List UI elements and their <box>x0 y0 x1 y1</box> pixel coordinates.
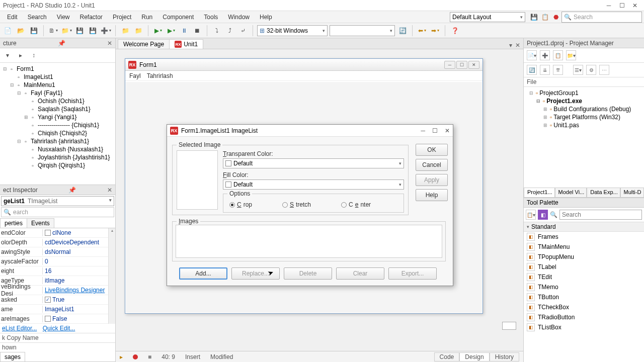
save-all-icon[interactable]: 💾 <box>74 25 85 36</box>
top-search-box[interactable]: 🔍 Search <box>561 12 642 23</box>
forward-icon[interactable]: ➡ <box>430 25 441 36</box>
palette-item[interactable]: ◧TCheckBox <box>524 302 644 312</box>
transparent-color-combo[interactable]: Default ▾ <box>223 158 404 168</box>
palette-list[interactable]: ◧Frames◧TMainMenu◧TPopupMenu◧TLabel◧TEdi… <box>524 232 644 362</box>
expand-all-icon[interactable]: ⇊ <box>540 65 550 75</box>
menu-tools[interactable]: Tools <box>199 12 223 22</box>
object-selector[interactable]: geList1 TImageList ▾ <box>1 196 114 206</box>
palette-item[interactable]: ◧TListBox <box>524 322 644 332</box>
tab-properties[interactable]: perties <box>0 218 27 228</box>
palette-item[interactable]: ◧TPopupMenu <box>524 252 644 262</box>
property-row[interactable]: endColorclNone <box>0 228 108 238</box>
add-button[interactable]: Add... <box>179 267 227 280</box>
palette-item[interactable]: ◧TEdit <box>524 272 644 282</box>
sort-icon[interactable]: ↕ <box>28 50 39 61</box>
refresh-device-icon[interactable]: 🔄 <box>397 25 408 36</box>
property-grid[interactable]: endColorclNoneolorDepthcdDeviceDependent… <box>0 228 108 324</box>
palette-item[interactable]: ◧TLabel <box>524 262 644 272</box>
menu-window[interactable]: Window <box>223 12 255 22</box>
tree-row[interactable]: ⊟▫Tahrirlash {ahrirlash1} <box>0 137 115 145</box>
project-tree-row[interactable]: ⊞▫Unit1.pas <box>526 121 642 129</box>
delete-layout-icon[interactable]: 📋 <box>539 12 550 23</box>
dialog-min-icon[interactable]: ─ <box>421 127 425 134</box>
add-proj-icon[interactable]: ➕ <box>540 50 550 60</box>
menu-search[interactable]: Search <box>23 12 52 22</box>
stop-run-icon[interactable]: ⏹ <box>192 25 203 36</box>
tab-dropdown-icon[interactable]: ▾ <box>509 42 512 49</box>
minimize-icon[interactable]: ─ <box>603 1 615 10</box>
palette-category-standard[interactable]: ▾ Standard <box>524 222 644 232</box>
folder-icon[interactable]: 📁 <box>120 25 131 36</box>
form-max-icon[interactable]: ☐ <box>456 61 467 69</box>
close-icon[interactable]: ✕ <box>629 1 641 10</box>
form-menu-tahrirlash[interactable]: Tahrirlash <box>147 72 173 79</box>
property-row[interactable]: awingStyledsNormal <box>0 247 108 257</box>
dialog-max-icon[interactable]: ☐ <box>432 127 438 134</box>
menu-project[interactable]: Project <box>108 12 136 22</box>
save-layout-icon[interactable]: 💾 <box>528 12 539 23</box>
remove-proj-icon[interactable]: 📋 <box>553 50 563 60</box>
add-file-icon[interactable]: ➕ <box>100 25 111 36</box>
link-editor[interactable]: eList Editor... <box>2 325 37 332</box>
run-icon[interactable]: ▶ <box>152 25 164 36</box>
pause-icon[interactable]: ⏸ <box>179 25 190 36</box>
more-icon[interactable]: ⋯ <box>599 65 609 75</box>
form-close-icon[interactable]: ✕ <box>468 61 479 69</box>
maximize-icon[interactable]: ☐ <box>616 1 628 10</box>
device-combo[interactable]: ▾ <box>330 25 395 36</box>
form-min-icon[interactable]: ─ <box>444 61 455 69</box>
tab-welcome[interactable]: Welcome Page <box>118 39 170 49</box>
replace-button[interactable]: Replace... <box>231 267 280 280</box>
inspector-search[interactable]: 🔍earch <box>1 207 114 217</box>
palette-item[interactable]: ◧TMainMenu <box>524 242 644 252</box>
platform-combo[interactable]: ⊞ 32-bit Windows ▾ <box>257 25 328 36</box>
palette-opts-icon[interactable]: 📋▾ <box>526 210 536 220</box>
project-tree-row[interactable]: ⊞▫Build Configurations (Debug) <box>526 105 642 113</box>
inspector-pin-icon[interactable]: 📌 <box>68 187 76 194</box>
property-row[interactable]: olorDepthcdDeviceDependent <box>0 238 108 247</box>
ok-button[interactable]: OK <box>416 144 448 156</box>
step-out-icon[interactable]: ⤶ <box>237 25 249 36</box>
collapse-all-icon[interactable]: ⇈ <box>553 65 563 75</box>
delete-button[interactable]: Delete <box>284 267 332 280</box>
prop-scrollbar[interactable]: ▴ <box>108 228 115 324</box>
fill-color-combo[interactable]: Default ▾ <box>223 179 404 190</box>
property-row[interactable]: areImagesFalse <box>0 314 108 324</box>
radio-crop[interactable]: Crop <box>229 201 252 208</box>
run-no-debug-icon[interactable]: ▶ <box>166 25 177 36</box>
open-project-icon[interactable]: 📁 <box>61 25 72 36</box>
menu-help[interactable]: Help <box>255 12 277 22</box>
menu-view[interactable]: View <box>52 12 75 22</box>
step-over-icon[interactable]: ⤴ <box>224 25 235 36</box>
back-icon[interactable]: ⬅ <box>417 25 428 36</box>
collapse-icon[interactable]: ▸ <box>15 50 26 61</box>
view-proj-icon[interactable]: 📁▾ <box>566 50 576 60</box>
zoom-indicator[interactable] <box>502 322 516 330</box>
tree-row[interactable]: ▫Qirqish {Qirqish1} <box>0 161 115 169</box>
tree-row[interactable]: ⊟▫MainMenu1 <box>0 81 115 89</box>
property-row[interactable]: asked✓True <box>0 295 108 305</box>
tab-close-icon[interactable]: ✕ <box>515 42 520 49</box>
dialog-title-bar[interactable]: RX Form1.ImageList1 ImageList ─ ☐ ✕ <box>167 125 453 137</box>
new-form-icon[interactable]: 🗎 <box>48 25 59 36</box>
project-tree-row[interactable]: ⊟▫Project1.exe <box>526 97 642 105</box>
view-tab-code[interactable]: Code <box>434 352 460 361</box>
palette-item[interactable]: ◧TButton <box>524 292 644 302</box>
project-tree-row[interactable]: ⊞▫Target Platforms (Win32) <box>526 113 642 121</box>
help-button[interactable]: Help <box>416 189 448 201</box>
folder2-icon[interactable]: 📁 <box>133 25 144 36</box>
palette-item[interactable]: ◧TRadioButton <box>524 312 644 322</box>
inspector-close-icon[interactable]: ✕ <box>107 187 112 194</box>
menu-component[interactable]: Component <box>157 12 199 22</box>
rtab-model[interactable]: Model Vi... <box>555 188 587 198</box>
project-tree-row[interactable]: ⊟▫ProjectGroup1 <box>526 89 642 97</box>
menu-run[interactable]: Run <box>136 12 157 22</box>
radio-stretch[interactable]: Stretch <box>282 201 311 208</box>
menu-edit[interactable]: Edit <box>2 12 23 22</box>
palette-item[interactable]: ◧TMemo <box>524 282 644 292</box>
palette-item[interactable]: ◧Frames <box>524 232 644 242</box>
export-button[interactable]: Export... <box>388 267 437 280</box>
new-proj-icon[interactable]: 📄▾ <box>527 50 537 60</box>
tree-row[interactable]: ▫---------------- {Chiqish1} <box>0 121 115 129</box>
tree-row[interactable]: ⊟▫Form1 <box>0 65 115 73</box>
